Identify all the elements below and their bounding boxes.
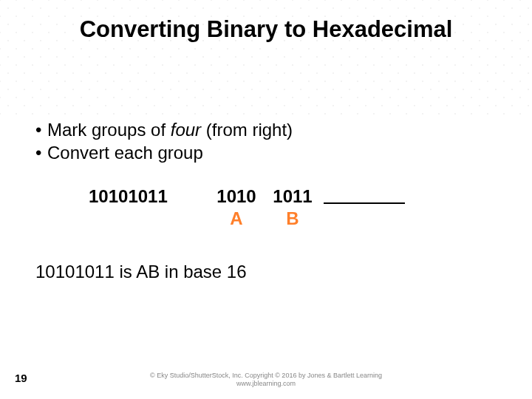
bullet1-emphasis: four — [171, 120, 201, 140]
copyright-line-1: © Eky Studio/ShutterStock, Inc. Copyrigh… — [150, 372, 382, 381]
bullet-list: • Mark groups of four (from right) • Con… — [35, 118, 497, 164]
bullet-dot: • — [35, 118, 47, 141]
underline-trail — [324, 186, 405, 204]
slide-title: Converting Binary to Hexadecimal — [0, 16, 532, 43]
bullet-dot: • — [35, 141, 47, 164]
slide-body: • Mark groups of four (from right) • Con… — [35, 118, 497, 282]
result-text: 10101011 is AB in base 16 — [35, 262, 497, 282]
copyright-line-2: www.jblearning.com — [150, 380, 382, 389]
binary-group-1: 1010 — [214, 186, 259, 207]
bullet-item-1: • Mark groups of four (from right) — [35, 118, 497, 141]
conversion-row: 10101011 1010 1011 A B — [35, 186, 497, 229]
bullet1-post: (from right) — [201, 120, 293, 140]
hex-digit-2: B — [270, 208, 315, 229]
binary-group-2: 1011 — [270, 186, 315, 207]
hex-digit-1: A — [214, 208, 259, 229]
page-number: 19 — [15, 372, 27, 384]
copyright-footer: © Eky Studio/ShutterStock, Inc. Copyrigh… — [150, 372, 382, 389]
bullet2-text: Convert each group — [47, 141, 203, 164]
binary-full: 10101011 — [89, 186, 214, 229]
bullet-item-2: • Convert each group — [35, 141, 497, 164]
bullet1-pre: Mark groups of — [47, 120, 171, 140]
